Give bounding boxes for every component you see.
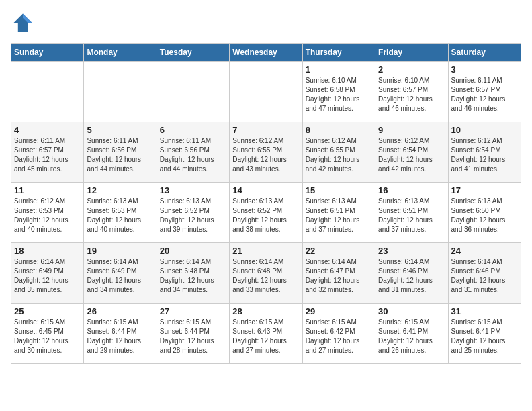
weekday-header-saturday: Saturday: [448, 44, 521, 62]
day-info: Sunrise: 6:14 AMSunset: 6:46 PMDaylight:…: [378, 257, 445, 295]
day-number: 8: [306, 125, 372, 135]
day-info: Sunrise: 6:11 AMSunset: 6:57 PMDaylight:…: [14, 136, 81, 174]
calendar-cell: 28Sunrise: 6:15 AMSunset: 6:43 PMDayligh…: [230, 304, 302, 364]
day-info: Sunrise: 6:12 AMSunset: 6:55 PMDaylight:…: [232, 136, 299, 174]
day-number: 12: [87, 185, 153, 195]
calendar-cell: 4Sunrise: 6:11 AMSunset: 6:57 PMDaylight…: [11, 122, 84, 183]
day-number: 2: [378, 64, 445, 75]
day-info: Sunrise: 6:13 AMSunset: 6:52 PMDaylight:…: [232, 197, 299, 234]
day-number: 19: [87, 246, 153, 256]
day-number: 9: [378, 125, 445, 135]
calendar-cell: 22Sunrise: 6:14 AMSunset: 6:47 PMDayligh…: [302, 243, 375, 304]
day-number: 11: [14, 185, 81, 195]
weekday-header-wednesday: Wednesday: [230, 44, 302, 62]
calendar-cell: 25Sunrise: 6:15 AMSunset: 6:45 PMDayligh…: [11, 304, 84, 364]
day-info: Sunrise: 6:11 AMSunset: 6:56 PMDaylight:…: [160, 136, 226, 174]
calendar-cell: 13Sunrise: 6:13 AMSunset: 6:52 PMDayligh…: [157, 183, 229, 243]
day-number: 22: [306, 246, 372, 256]
calendar-cell: 17Sunrise: 6:13 AMSunset: 6:50 PMDayligh…: [448, 183, 521, 243]
day-number: 16: [378, 185, 445, 195]
weekday-header-friday: Friday: [375, 44, 448, 62]
calendar-cell: 7Sunrise: 6:12 AMSunset: 6:55 PMDaylight…: [230, 122, 302, 183]
day-number: 5: [87, 125, 153, 135]
calendar-cell: 12Sunrise: 6:13 AMSunset: 6:53 PMDayligh…: [84, 183, 157, 243]
day-info: Sunrise: 6:15 AMSunset: 6:43 PMDaylight:…: [232, 318, 299, 355]
weekday-header-thursday: Thursday: [302, 44, 375, 62]
day-number: 28: [232, 306, 299, 316]
day-info: Sunrise: 6:15 AMSunset: 6:44 PMDaylight:…: [87, 318, 153, 355]
day-number: 1: [306, 64, 372, 75]
day-number: 25: [14, 306, 81, 316]
day-info: Sunrise: 6:14 AMSunset: 6:49 PMDaylight:…: [14, 257, 81, 295]
day-info: Sunrise: 6:10 AMSunset: 6:58 PMDaylight:…: [306, 76, 372, 113]
calendar-cell: [11, 62, 84, 122]
weekday-header-monday: Monday: [84, 44, 157, 62]
day-number: 21: [232, 246, 299, 256]
calendar-cell: 11Sunrise: 6:12 AMSunset: 6:53 PMDayligh…: [11, 183, 84, 243]
calendar-cell: 29Sunrise: 6:15 AMSunset: 6:42 PMDayligh…: [302, 304, 375, 364]
calendar-cell: [157, 62, 229, 122]
day-info: Sunrise: 6:12 AMSunset: 6:55 PMDaylight:…: [306, 136, 372, 174]
calendar-cell: 30Sunrise: 6:15 AMSunset: 6:41 PMDayligh…: [375, 304, 448, 364]
calendar-cell: [230, 62, 302, 122]
calendar-cell: 10Sunrise: 6:12 AMSunset: 6:54 PMDayligh…: [448, 122, 521, 183]
calendar-table: SundayMondayTuesdayWednesdayThursdayFrid…: [11, 43, 521, 364]
calendar-cell: 14Sunrise: 6:13 AMSunset: 6:52 PMDayligh…: [230, 183, 302, 243]
day-info: Sunrise: 6:14 AMSunset: 6:49 PMDaylight:…: [87, 257, 153, 295]
weekday-header-tuesday: Tuesday: [157, 44, 229, 62]
calendar-cell: 20Sunrise: 6:14 AMSunset: 6:48 PMDayligh…: [157, 243, 229, 304]
day-info: Sunrise: 6:12 AMSunset: 6:54 PMDaylight:…: [451, 136, 518, 174]
day-number: 10: [451, 125, 518, 135]
calendar-cell: [84, 62, 157, 122]
calendar-cell: 1Sunrise: 6:10 AMSunset: 6:58 PMDaylight…: [302, 62, 375, 122]
day-info: Sunrise: 6:15 AMSunset: 6:41 PMDaylight:…: [378, 318, 445, 355]
day-info: Sunrise: 6:14 AMSunset: 6:47 PMDaylight:…: [306, 257, 372, 295]
day-info: Sunrise: 6:10 AMSunset: 6:57 PMDaylight:…: [378, 76, 445, 113]
day-number: 27: [160, 306, 226, 316]
calendar-cell: 6Sunrise: 6:11 AMSunset: 6:56 PMDaylight…: [157, 122, 229, 183]
day-info: Sunrise: 6:15 AMSunset: 6:45 PMDaylight:…: [14, 318, 81, 355]
day-info: Sunrise: 6:15 AMSunset: 6:41 PMDaylight:…: [451, 318, 518, 355]
day-number: 26: [87, 306, 153, 316]
day-info: Sunrise: 6:11 AMSunset: 6:56 PMDaylight:…: [87, 136, 153, 174]
day-number: 14: [232, 185, 299, 195]
calendar-cell: 5Sunrise: 6:11 AMSunset: 6:56 PMDaylight…: [84, 122, 157, 183]
calendar-cell: 18Sunrise: 6:14 AMSunset: 6:49 PMDayligh…: [11, 243, 84, 304]
day-number: 6: [160, 125, 226, 135]
header: [11, 11, 521, 35]
calendar-cell: 19Sunrise: 6:14 AMSunset: 6:49 PMDayligh…: [84, 243, 157, 304]
day-number: 23: [378, 246, 445, 256]
day-number: 31: [451, 306, 518, 316]
day-info: Sunrise: 6:13 AMSunset: 6:51 PMDaylight:…: [306, 197, 372, 234]
day-info: Sunrise: 6:13 AMSunset: 6:51 PMDaylight:…: [378, 197, 445, 234]
logo-icon: [11, 11, 35, 35]
day-info: Sunrise: 6:12 AMSunset: 6:53 PMDaylight:…: [14, 197, 81, 234]
calendar-cell: 15Sunrise: 6:13 AMSunset: 6:51 PMDayligh…: [302, 183, 375, 243]
day-info: Sunrise: 6:15 AMSunset: 6:44 PMDaylight:…: [160, 318, 226, 355]
calendar-cell: 8Sunrise: 6:12 AMSunset: 6:55 PMDaylight…: [302, 122, 375, 183]
day-info: Sunrise: 6:13 AMSunset: 6:50 PMDaylight:…: [451, 197, 518, 234]
day-number: 20: [160, 246, 226, 256]
calendar-cell: 23Sunrise: 6:14 AMSunset: 6:46 PMDayligh…: [375, 243, 448, 304]
day-number: 4: [14, 125, 81, 135]
day-number: 29: [306, 306, 372, 316]
calendar-cell: 9Sunrise: 6:12 AMSunset: 6:54 PMDaylight…: [375, 122, 448, 183]
day-info: Sunrise: 6:15 AMSunset: 6:42 PMDaylight:…: [306, 318, 372, 355]
calendar-cell: 24Sunrise: 6:14 AMSunset: 6:46 PMDayligh…: [448, 243, 521, 304]
weekday-header-sunday: Sunday: [11, 44, 84, 62]
day-number: 18: [14, 246, 81, 256]
calendar-cell: 21Sunrise: 6:14 AMSunset: 6:48 PMDayligh…: [230, 243, 302, 304]
day-info: Sunrise: 6:14 AMSunset: 6:48 PMDaylight:…: [232, 257, 299, 295]
day-info: Sunrise: 6:12 AMSunset: 6:54 PMDaylight:…: [378, 136, 445, 174]
day-number: 24: [451, 246, 518, 256]
day-number: 13: [160, 185, 226, 195]
calendar-cell: 31Sunrise: 6:15 AMSunset: 6:41 PMDayligh…: [448, 304, 521, 364]
day-info: Sunrise: 6:13 AMSunset: 6:52 PMDaylight:…: [160, 197, 226, 234]
calendar-cell: 26Sunrise: 6:15 AMSunset: 6:44 PMDayligh…: [84, 304, 157, 364]
logo: [11, 11, 38, 35]
day-number: 3: [451, 64, 518, 75]
calendar-cell: 2Sunrise: 6:10 AMSunset: 6:57 PMDaylight…: [375, 62, 448, 122]
day-number: 17: [451, 185, 518, 195]
calendar-cell: 27Sunrise: 6:15 AMSunset: 6:44 PMDayligh…: [157, 304, 229, 364]
day-info: Sunrise: 6:11 AMSunset: 6:57 PMDaylight:…: [451, 76, 518, 113]
